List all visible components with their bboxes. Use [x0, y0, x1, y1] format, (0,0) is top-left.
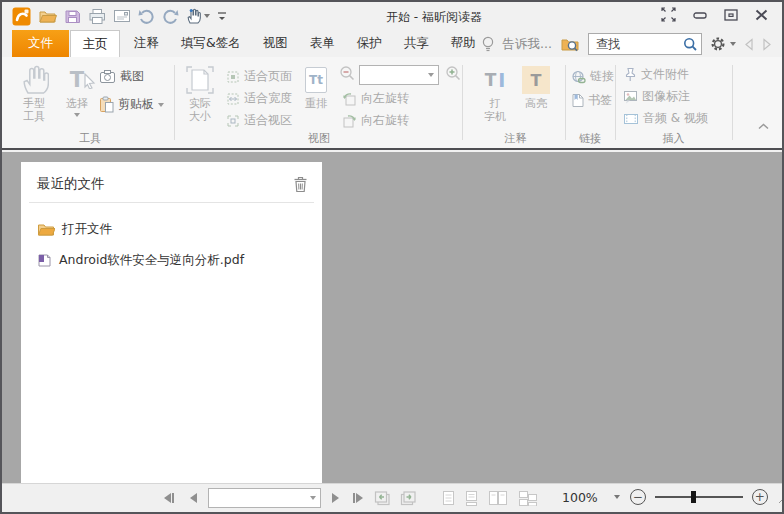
- highlight-label: 高亮: [525, 97, 547, 110]
- magnifier-icon[interactable]: [683, 37, 698, 52]
- zoom-dropdown-caret[interactable]: [614, 495, 620, 499]
- bookmark-button[interactable]: 书签: [571, 92, 612, 109]
- link-button[interactable]: 链接: [571, 68, 614, 85]
- fit-page-button[interactable]: 适合页面: [226, 68, 292, 85]
- single-page-layout-button[interactable]: [442, 490, 455, 506]
- close-icon[interactable]: [755, 9, 768, 21]
- actual-size-button[interactable]: 实际 大小: [179, 63, 221, 123]
- tab-protect[interactable]: 保护: [349, 35, 390, 52]
- fit-visible-label: 适合视区: [244, 112, 292, 129]
- select-tool-button[interactable]: T 选择: [59, 63, 95, 117]
- zoom-cluster: 100% − +: [562, 489, 784, 505]
- continuous-layout-button[interactable]: [465, 490, 478, 506]
- select-dropdown-caret[interactable]: [74, 113, 80, 117]
- window-controls: [661, 7, 768, 22]
- tab-file[interactable]: 文件: [12, 30, 69, 57]
- gear-dropdown-caret[interactable]: [730, 42, 736, 46]
- clipboard-button[interactable]: 剪贴板: [99, 96, 164, 113]
- zoom-combobox-caret[interactable]: [428, 73, 434, 77]
- resize-grip-icon[interactable]: [777, 491, 784, 504]
- tell-me-label[interactable]: 告诉我...: [503, 36, 552, 53]
- tab-fill-sign[interactable]: 填写&签名: [173, 35, 249, 52]
- typewriter-label-2: 字机: [484, 110, 506, 123]
- typewriter-icon: T I: [485, 63, 506, 97]
- film-icon: [623, 113, 639, 125]
- next-page-button[interactable]: [332, 493, 339, 503]
- tab-comment[interactable]: 注释: [126, 35, 167, 52]
- recent-file-item[interactable]: Android软件安全与逆向分析.pdf: [21, 242, 322, 273]
- file-attachment-button[interactable]: 文件附件: [623, 66, 689, 83]
- quick-access-toolbar: [12, 5, 227, 27]
- image-annotation-button[interactable]: 图像标注: [623, 88, 690, 105]
- gear-icon[interactable]: [710, 36, 726, 52]
- hand-tool-dropdown-caret[interactable]: [204, 14, 210, 18]
- group-separator: [615, 65, 616, 140]
- redo-icon[interactable]: [162, 9, 179, 24]
- facing-layout-button[interactable]: [488, 490, 508, 506]
- zoom-level-value[interactable]: 100%: [562, 490, 598, 505]
- fullscreen-icon[interactable]: [661, 7, 676, 22]
- actual-size-label-2: 大小: [189, 110, 211, 123]
- audio-video-button[interactable]: 音频 & 视频: [623, 110, 708, 127]
- open-folder-icon[interactable]: [38, 8, 57, 25]
- undo-icon[interactable]: [138, 9, 155, 24]
- next-view-button[interactable]: [400, 490, 417, 506]
- zoom-out-button[interactable]: −: [630, 489, 646, 505]
- bookmark-icon: [571, 93, 584, 108]
- save-icon[interactable]: [64, 8, 81, 25]
- tab-share[interactable]: 共享: [396, 35, 437, 52]
- group-label-tools: 工具: [10, 131, 170, 146]
- search-box[interactable]: [588, 33, 702, 55]
- first-page-button[interactable]: [164, 493, 174, 503]
- customize-toolbar-icon[interactable]: [217, 10, 227, 22]
- fit-width-button[interactable]: 适合宽度: [226, 90, 292, 107]
- trash-icon[interactable]: [293, 176, 308, 193]
- rotate-right-button[interactable]: 向右旋转: [342, 112, 409, 129]
- email-icon[interactable]: [113, 9, 131, 23]
- tab-view[interactable]: 视图: [255, 35, 296, 52]
- reflow-button[interactable]: Tt 重排: [298, 63, 334, 110]
- fit-visible-icon: [226, 114, 240, 128]
- search-settings[interactable]: [710, 36, 736, 52]
- highlight-button[interactable]: T 高亮: [516, 63, 556, 110]
- hand-tool-quick-button[interactable]: [186, 8, 210, 25]
- recent-files-title: 最近的文件: [37, 175, 105, 193]
- open-file-item[interactable]: 打开文件: [21, 211, 322, 242]
- zoom-level-combobox[interactable]: [359, 65, 439, 85]
- tab-home[interactable]: 主页: [70, 30, 120, 57]
- search-folder-icon[interactable]: [560, 36, 580, 53]
- page-number-caret[interactable]: [310, 496, 316, 500]
- rotate-left-label: 向左旋转: [361, 90, 409, 107]
- prev-page-button[interactable]: [190, 493, 197, 503]
- zoom-level-input[interactable]: [368, 68, 428, 83]
- rotate-right-icon: [342, 114, 357, 128]
- first-page-icon: [164, 493, 171, 503]
- fit-width-label: 适合宽度: [244, 90, 292, 107]
- zoom-in-button[interactable]: +: [752, 489, 768, 505]
- minimize-icon[interactable]: [693, 11, 707, 19]
- snapshot-button[interactable]: 截图: [99, 68, 144, 85]
- previous-view-button[interactable]: [374, 490, 391, 506]
- restore-icon[interactable]: [724, 9, 738, 21]
- ribbon: 手型 工具 T 选择 截图 剪贴板 工具 实际 大小: [2, 57, 782, 150]
- continuous-facing-layout-button[interactable]: [518, 490, 538, 506]
- zoom-slider[interactable]: [655, 496, 743, 498]
- typewriter-button[interactable]: T I 打 字机: [476, 63, 514, 123]
- search-input[interactable]: [594, 36, 683, 52]
- rotate-left-button[interactable]: 向左旋转: [342, 90, 409, 107]
- fit-visible-button[interactable]: 适合视区: [226, 112, 292, 129]
- zoom-slider-handle[interactable]: [691, 491, 696, 503]
- collapse-ribbon-icon[interactable]: [758, 123, 769, 130]
- tab-form[interactable]: 表单: [302, 35, 343, 52]
- tab-help[interactable]: 帮助: [443, 35, 484, 52]
- zoom-in-ribbon-button[interactable]: [445, 65, 462, 81]
- page-number-input[interactable]: [218, 491, 310, 506]
- lightbulb-icon: [481, 36, 495, 52]
- page-number-combobox[interactable]: [208, 488, 321, 508]
- clipboard-dropdown-caret[interactable]: [158, 103, 164, 107]
- zoom-out-ribbon-button[interactable]: [339, 65, 356, 81]
- print-icon[interactable]: [88, 8, 106, 25]
- fit-page-label: 适合页面: [244, 68, 292, 85]
- hand-tool-button[interactable]: 手型 工具: [10, 63, 58, 123]
- last-page-button[interactable]: [353, 493, 363, 503]
